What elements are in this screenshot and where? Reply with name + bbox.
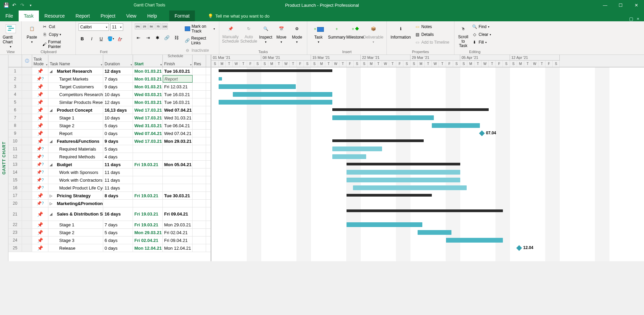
task-row[interactable]: 16 📌? Model Product Life Cycle 11 days — [8, 184, 210, 192]
gantt-bar[interactable] — [219, 84, 296, 89]
gantt-row[interactable] — [212, 114, 644, 122]
col-task-name[interactable]: Task Name▾ — [48, 55, 103, 67]
row-resource[interactable] — [193, 237, 206, 244]
row-duration[interactable]: 16 days — [103, 207, 133, 221]
row-mode[interactable]: 📌 — [32, 207, 48, 221]
copy-button[interactable]: ⎘Copy▾ — [41, 31, 73, 38]
gantt-row[interactable] — [212, 145, 644, 153]
task-row[interactable]: 20 📌? ▷Marketing&Promotion — [8, 200, 210, 207]
row-name[interactable]: ◢Sales & Distribution Strategy — [48, 207, 103, 221]
row-start[interactable]: Mon 29.03.21 — [133, 229, 163, 236]
task-row[interactable]: 5 📌 Similar Products Research 12 days Mo… — [8, 98, 210, 106]
gantt-row[interactable]: 07.04 — [212, 130, 644, 137]
find-button[interactable]: 🔍Find▾ — [470, 23, 492, 30]
row-duration[interactable]: 5 days — [103, 122, 133, 129]
gantt-row[interactable] — [212, 153, 644, 161]
gantt-row[interactable] — [212, 176, 644, 184]
ribbon-restore-icon[interactable]: ▢ — [629, 16, 633, 21]
row-duration[interactable]: 7 days — [103, 221, 133, 228]
inspect-button[interactable]: 🔍Inspect▾ — [259, 23, 273, 44]
gantt-row[interactable] — [212, 122, 644, 130]
row-info[interactable] — [22, 98, 32, 106]
row-info[interactable] — [22, 122, 32, 129]
row-duration[interactable]: 9 days — [103, 83, 133, 90]
row-name[interactable]: ◢Market Research — [48, 67, 103, 75]
gantt-row[interactable] — [212, 200, 644, 207]
gantt-chart-button[interactable]: Gantt Chart ▾ — [3, 23, 19, 48]
row-mode[interactable]: 📌? — [32, 153, 48, 160]
row-index[interactable]: 2 — [8, 75, 22, 83]
row-finish[interactable]: Fri 02.04.21 — [163, 229, 193, 236]
gantt-row[interactable] — [212, 67, 644, 75]
row-index[interactable]: 16 — [8, 184, 22, 192]
row-finish[interactable] — [163, 145, 193, 153]
task-row[interactable]: 17 📌 ▷Pricing Strategy 8 days Fri 19.03.… — [8, 192, 210, 200]
row-name[interactable]: Target Markets — [48, 75, 103, 83]
row-info[interactable] — [22, 75, 32, 83]
task-row[interactable]: 2 📌? Target Markets 7 days Mon 01.03.21 … — [8, 75, 210, 83]
format-painter-button[interactable]: 🖌Format Painter — [41, 39, 73, 50]
paste-button[interactable]: 📋 Paste ▾ — [24, 23, 39, 44]
row-resource[interactable] — [193, 161, 206, 168]
gantt-bar[interactable] — [219, 69, 332, 72]
font-name-select[interactable]: Calibri▾ — [79, 23, 109, 31]
gantt-bar[interactable] — [446, 238, 503, 243]
row-mode[interactable]: 📌 — [32, 114, 48, 121]
tab-file[interactable]: File — [0, 10, 19, 21]
task-row[interactable]: 13 📌? ◢Budget 11 days Fri 19.03.21 Mon 0… — [8, 161, 210, 168]
row-start[interactable]: Wed 17.03.21 — [133, 106, 163, 114]
row-index[interactable]: 12 — [8, 153, 22, 160]
col-resources[interactable]: Res — [193, 55, 206, 67]
row-start[interactable]: Mon 01.03.21 — [133, 98, 163, 106]
row-name[interactable]: Model Product Life Cycle — [48, 184, 103, 192]
row-name[interactable]: ◢Budget — [48, 161, 103, 168]
insert-task-button[interactable]: ＋Task▾ — [310, 23, 327, 44]
mode-button[interactable]: ⚙Mode▾ — [290, 23, 304, 44]
information-button[interactable]: ℹInformation — [390, 23, 412, 40]
task-row[interactable]: 9 📌 Report 0 days Wed 07.04.21 Wed 07.04… — [8, 130, 210, 137]
collapse-icon[interactable]: ◢ — [50, 163, 52, 166]
task-row[interactable]: 11 📌? Required Materials 5 days — [8, 145, 210, 153]
task-row[interactable]: 6 📌 ◢Product Concept 16,13 days Wed 17.0… — [8, 106, 210, 114]
row-mode[interactable]: 📌 — [32, 106, 48, 114]
row-duration[interactable]: 8 days — [103, 192, 133, 199]
gantt-bar[interactable] — [418, 230, 451, 235]
row-info[interactable] — [22, 244, 32, 252]
task-row[interactable]: 15 📌? Work with Contractors 11 days — [8, 176, 210, 184]
row-resource[interactable] — [193, 98, 206, 106]
fill-color-button[interactable]: 🪣▾ — [107, 35, 114, 42]
task-row[interactable]: 14 📌? Work with Sponsors 11 days — [8, 168, 210, 176]
col-finish[interactable]: Finish▾ — [163, 55, 193, 67]
row-mode[interactable]: 📌 — [32, 67, 48, 75]
row-name[interactable]: Similar Products Research — [48, 98, 103, 106]
gantt-row[interactable] — [212, 161, 644, 168]
expand-icon[interactable]: ▷ — [50, 202, 52, 205]
row-duration[interactable]: 11 days — [103, 176, 133, 184]
row-name[interactable]: Stage 2 — [48, 122, 103, 129]
row-start[interactable]: Mon 12.04.21 — [133, 244, 163, 252]
row-duration[interactable]: 12 days — [103, 67, 133, 75]
row-info[interactable] — [22, 229, 32, 236]
move-button[interactable]: 📅Move▾ — [274, 23, 288, 44]
row-duration[interactable]: 0 days — [103, 244, 133, 252]
row-mode[interactable]: 📌 — [32, 237, 48, 244]
row-duration[interactable]: 7 days — [103, 75, 133, 83]
row-name[interactable]: Required Methods — [48, 153, 103, 160]
row-index[interactable]: 14 — [8, 168, 22, 176]
row-finish[interactable]: Mon 12.04.21 — [163, 244, 193, 252]
row-mode[interactable]: 📌 — [32, 130, 48, 137]
gantt-bar[interactable] — [347, 209, 503, 212]
italic-button[interactable]: I — [88, 35, 95, 42]
row-info[interactable] — [22, 153, 32, 160]
row-duration[interactable]: 10 days — [103, 91, 133, 98]
row-finish[interactable] — [163, 184, 193, 192]
row-finish[interactable]: Tue 16.03.21 — [163, 98, 193, 106]
row-index[interactable]: 4 — [8, 91, 22, 98]
row-name[interactable]: Release — [48, 244, 103, 252]
gantt-bar[interactable] — [332, 115, 434, 120]
row-duration[interactable]: 0 days — [103, 130, 133, 137]
task-row[interactable]: 1 📌 ◢Market Research 12 days Mon 01.03.2… — [8, 67, 210, 75]
collapse-icon[interactable]: ◢ — [50, 212, 52, 216]
gantt-bar[interactable] — [219, 100, 332, 105]
col-info[interactable]: ⓘ — [22, 55, 32, 67]
